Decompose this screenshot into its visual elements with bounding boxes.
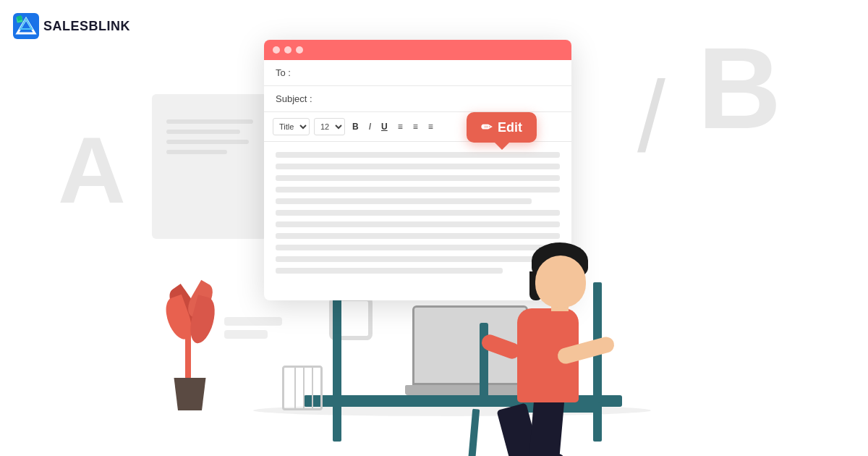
content-line-2 bbox=[276, 164, 560, 169]
logo-icon bbox=[13, 13, 39, 39]
align-right-button[interactable]: ≡ bbox=[425, 120, 436, 133]
trash-line-2 bbox=[302, 366, 305, 410]
email-to-field[interactable]: To : bbox=[264, 60, 571, 86]
content-line-3 bbox=[276, 175, 560, 181]
edit-icon: ✏ bbox=[481, 119, 492, 135]
italic-button[interactable]: I bbox=[366, 120, 374, 133]
bg-rect-1 bbox=[224, 317, 282, 326]
content-line-1 bbox=[276, 152, 560, 158]
edit-label: Edit bbox=[498, 120, 522, 135]
to-label: To : bbox=[276, 67, 315, 78]
logo: SALESBLINK bbox=[13, 13, 130, 39]
email-content bbox=[264, 142, 571, 284]
logo-text: SALESBLINK bbox=[43, 19, 130, 34]
content-line-6 bbox=[276, 210, 560, 216]
content-line-10 bbox=[276, 256, 560, 262]
titlebar-dot-2 bbox=[284, 46, 292, 54]
content-line-11 bbox=[276, 268, 503, 274]
trash-line-3 bbox=[311, 366, 313, 410]
content-line-8 bbox=[276, 233, 560, 239]
email-body: To : Subject : Title 12 B I U ≡ ≡ ≡ bbox=[264, 60, 571, 284]
content-line-5 bbox=[276, 198, 532, 204]
bg-letter-a: A bbox=[58, 116, 126, 224]
desk-leg-left bbox=[333, 282, 341, 442]
trash-line-1 bbox=[294, 366, 296, 410]
bg-lines-left bbox=[166, 119, 253, 160]
titlebar-dot-1 bbox=[273, 46, 280, 54]
email-subject-field[interactable]: Subject : bbox=[264, 86, 571, 112]
align-center-button[interactable]: ≡ bbox=[410, 120, 421, 133]
font-style-select[interactable]: Title bbox=[273, 118, 310, 135]
person-head bbox=[535, 256, 586, 308]
desk-leg-right bbox=[593, 282, 602, 442]
content-line-9 bbox=[276, 245, 560, 250]
bg-letter-slash: / bbox=[637, 58, 665, 175]
person-leg-right bbox=[529, 397, 565, 456]
bg-letter-b: B bbox=[697, 22, 781, 155]
bold-button[interactable]: B bbox=[349, 120, 362, 133]
font-size-select[interactable]: 12 bbox=[314, 118, 345, 135]
trash-bin bbox=[282, 360, 326, 410]
underline-button[interactable]: U bbox=[378, 120, 391, 133]
laptop-base bbox=[405, 385, 535, 395]
content-line-4 bbox=[276, 187, 560, 193]
bg-doc-left bbox=[152, 94, 268, 239]
edit-bubble[interactable]: ✏ Edit bbox=[467, 112, 537, 143]
content-line-7 bbox=[276, 221, 560, 227]
bg-rect-2 bbox=[224, 330, 268, 339]
plant-pot bbox=[170, 378, 210, 410]
titlebar-dot-3 bbox=[296, 46, 303, 54]
email-window: To : Subject : Title 12 B I U ≡ ≡ ≡ bbox=[264, 40, 571, 300]
email-titlebar bbox=[264, 40, 571, 60]
align-left-button[interactable]: ≡ bbox=[395, 120, 406, 133]
subject-label: Subject : bbox=[276, 93, 315, 104]
